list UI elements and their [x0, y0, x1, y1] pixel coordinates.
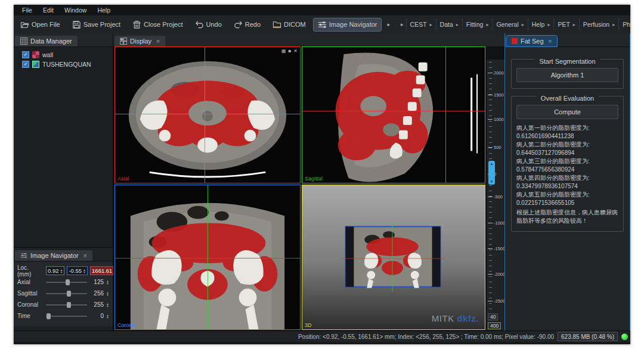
- sagittal-viewport[interactable]: Sagittal: [302, 46, 485, 183]
- menu-window[interactable]: Window: [60, 6, 91, 14]
- menu-edit[interactable]: Edit: [38, 6, 58, 14]
- close-icon[interactable]: ×: [156, 38, 160, 45]
- plugin-menu-help[interactable]: Help▸: [528, 19, 554, 30]
- plugin-menu-pet[interactable]: PET▸: [553, 19, 578, 30]
- ruler-tick: -2000: [488, 272, 505, 277]
- main-toolbar: Open File Save Project Close Project Und…: [14, 15, 630, 34]
- layout-grid-icon[interactable]: ▦: [281, 48, 286, 54]
- tab-data-manager[interactable]: Data Manager: [15, 36, 78, 46]
- data-manager-tab-label: Data Manager: [30, 38, 72, 45]
- time-slider-handle[interactable]: [47, 313, 51, 319]
- axial-plane-crosshair[interactable]: [302, 111, 485, 111]
- fullscreen-icon[interactable]: ■: [288, 48, 291, 54]
- undo-button[interactable]: Undo: [191, 18, 226, 31]
- coronal-slider-value: 255: [89, 301, 104, 308]
- sagittal-view-label: Sagittal: [305, 176, 323, 182]
- tab-image-navigator[interactable]: Image Navigator ×: [15, 250, 92, 261]
- compute-button[interactable]: Compute: [516, 105, 618, 119]
- dicom-button[interactable]: DICOM: [268, 18, 310, 31]
- plugin-menu-photoacoustics[interactable]: Photoacoustics▸: [618, 19, 630, 30]
- viewport-grid: ▦ ■ ✕ Axial: [114, 46, 504, 331]
- close-project-button[interactable]: Close Project: [128, 18, 187, 31]
- coronal-plane-crosshair[interactable]: [115, 114, 300, 114]
- spin-arrows-icon[interactable]: ▲▼: [60, 269, 63, 273]
- spin-arrows-icon[interactable]: ▲▼: [106, 303, 109, 307]
- result-line: 病人第五部分的脂肪密度为: 0.0221571536655105: [516, 191, 618, 207]
- time-slider[interactable]: [46, 313, 87, 320]
- coronal-view-label: Coronal: [117, 322, 137, 328]
- result-line: 病人第一部分的脂肪密度为: 0.6126016904411238: [516, 124, 618, 141]
- level-value[interactable]: 40: [488, 313, 498, 320]
- axial-viewport[interactable]: ▦ ■ ✕ Axial: [114, 46, 301, 183]
- tab-fat-seg[interactable]: Fat Seg ×: [506, 36, 557, 46]
- menu-help[interactable]: Help: [92, 6, 115, 14]
- spin-arrows-icon[interactable]: ▲▼: [106, 314, 109, 319]
- close-icon[interactable]: ×: [83, 253, 87, 259]
- coronal-slider[interactable]: [46, 301, 87, 309]
- tree-node-wall[interactable]: ✓ wall: [16, 50, 110, 60]
- image-navigator-tabbar: Image Navigator ×: [14, 248, 113, 261]
- tab-display[interactable]: Display ×: [114, 36, 165, 46]
- algorithm-1-button[interactable]: Algorithm 1: [516, 68, 618, 82]
- threed-scene: [302, 185, 485, 329]
- menu-file[interactable]: File: [17, 6, 37, 14]
- loc-y-spinbox[interactable]: -0.55▲▼: [67, 266, 88, 275]
- window-value[interactable]: 400: [488, 322, 501, 329]
- coronal-plane-crosshair[interactable]: [445, 47, 446, 183]
- coronal-slider-handle[interactable]: [67, 302, 71, 308]
- toolbar-overflow-icon[interactable]: ▸: [387, 21, 390, 27]
- time-slider-label: Time: [17, 313, 44, 319]
- close-project-icon: [132, 20, 141, 29]
- sagittal-slider-row: Sagittal 256 ▲▼: [17, 288, 109, 299]
- axial-view-label: Axial: [117, 176, 129, 182]
- level-window-slider[interactable]: 2000 1500 1000 500 0 -500 -1000 -1500 -2…: [487, 60, 504, 331]
- undo-icon: [195, 20, 204, 29]
- plugin-menu-data[interactable]: Data▸: [436, 19, 462, 30]
- tushengquan-visibility-checkbox[interactable]: ✓: [22, 61, 29, 68]
- display-tab-label: Display: [130, 38, 151, 45]
- location-row: Loc. (mm) 0.92▲▼ -0.55▲▼ 1661.61▲▼: [17, 265, 109, 276]
- chevron-right-icon: ▸: [486, 22, 488, 27]
- axial-slider-row: Axial 125 ▲▼: [17, 276, 109, 288]
- screenshot-page: File Edit Window Help Open File Save Pro…: [0, 0, 644, 352]
- coronal-viewport[interactable]: Coronal: [114, 185, 301, 330]
- wall-visibility-checkbox[interactable]: ✓: [22, 51, 29, 58]
- tree-node-tushengquan[interactable]: ✓ TUSHENGQUAN: [16, 60, 110, 69]
- image-navigator-button[interactable]: Image Navigator: [314, 18, 382, 31]
- sagittal-plane-crosshair[interactable]: [205, 47, 205, 183]
- toolbar-overflow-icon-2[interactable]: ▸: [401, 21, 404, 27]
- loc-x-spinbox[interactable]: 0.92▲▼: [46, 266, 64, 275]
- sagittal-slider[interactable]: [46, 290, 87, 297]
- axial-slider-handle[interactable]: [66, 279, 70, 285]
- open-file-button[interactable]: Open File: [16, 18, 64, 31]
- redo-icon: [234, 20, 243, 29]
- image-navigator-tab-icon: [20, 252, 27, 259]
- plugin-menu-perfusion[interactable]: Perfusion▸: [579, 19, 618, 30]
- save-project-label: Save Project: [83, 21, 120, 28]
- plugin-menu-general[interactable]: General▸: [492, 19, 527, 30]
- level-window-handle[interactable]: ▲▼: [488, 161, 495, 185]
- threed-viewport[interactable]: MITK dkfz. 3D: [302, 185, 485, 330]
- start-segmentation-group: Start Segmentation Algorithm 1: [511, 59, 624, 89]
- plugin-menu-fitting[interactable]: Fitting▸: [462, 19, 493, 30]
- axial-slider[interactable]: [46, 279, 87, 286]
- crosshair-toggle-icon[interactable]: ✕: [293, 48, 298, 54]
- save-project-button[interactable]: Save Project: [68, 18, 125, 31]
- ruler-tick: 2000: [488, 70, 504, 76]
- close-icon[interactable]: ×: [549, 38, 552, 45]
- plugin-menu-cest[interactable]: CEST▸: [406, 19, 436, 30]
- time-slider-value: 0: [89, 313, 104, 319]
- menu-bar: File Edit Window Help: [14, 5, 630, 15]
- axial-slider-label: Axial: [17, 279, 44, 285]
- image-navigator-tab-label: Image Navigator: [30, 252, 79, 259]
- redo-button[interactable]: Redo: [230, 18, 265, 31]
- position-status-text: Position: <0.92, -0.55, 1661.61> mm; Ind…: [298, 334, 554, 340]
- spin-arrows-icon[interactable]: ▲▼: [83, 269, 86, 273]
- sagittal-slider-handle[interactable]: [67, 291, 71, 297]
- sagittal-plane-crosshair[interactable]: [208, 185, 208, 329]
- spin-arrows-icon[interactable]: ▲▼: [106, 280, 109, 285]
- spin-arrows-icon[interactable]: ▲▼: [106, 291, 109, 296]
- chevron-right-icon: ▸: [612, 22, 615, 27]
- mitk-logo: MITK: [432, 313, 454, 323]
- mitk-dkfz-watermark: MITK dkfz.: [432, 313, 479, 323]
